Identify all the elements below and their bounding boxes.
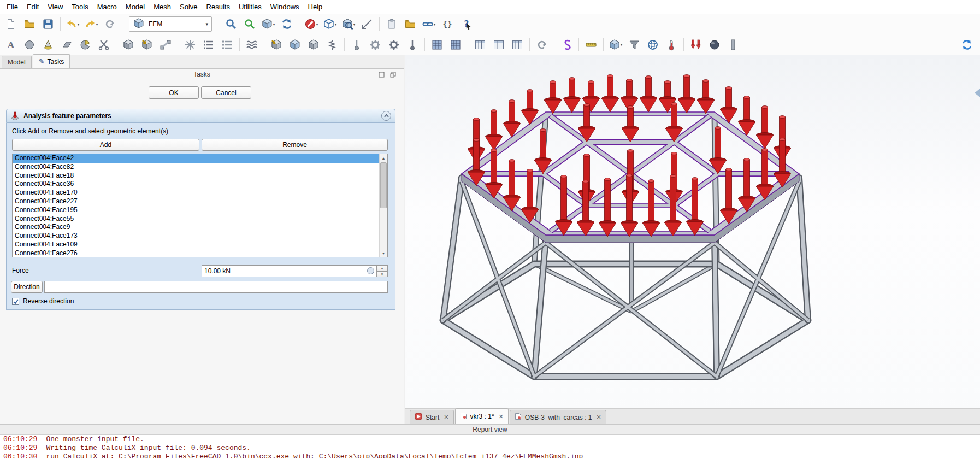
face-list-item[interactable]: Connect004:Face36 xyxy=(13,180,379,189)
constraint-pulley-icon[interactable] xyxy=(404,37,421,53)
face-list-item[interactable]: Connect004:Face82 xyxy=(13,163,379,172)
constraint-displacement-icon[interactable] xyxy=(268,37,285,53)
constraint-bearing-icon[interactable] xyxy=(367,37,384,53)
direction-input[interactable] xyxy=(44,281,388,293)
undo-icon[interactable]: ▾ xyxy=(64,16,81,32)
menu-item[interactable]: Solve xyxy=(175,1,202,13)
constraint-plane-icon[interactable] xyxy=(58,37,75,53)
force-input[interactable] xyxy=(202,265,376,277)
constraint-spokes-icon[interactable] xyxy=(181,37,199,53)
menu-item[interactable]: File xyxy=(2,1,22,13)
result-table-filter-icon[interactable] xyxy=(490,37,507,53)
close-icon[interactable]: ✕ xyxy=(498,413,504,420)
collapse-icon[interactable] xyxy=(381,111,391,121)
document-tab[interactable]: Start✕ xyxy=(410,410,454,424)
constraint-tie-icon[interactable] xyxy=(305,37,322,53)
result-curve-icon[interactable] xyxy=(558,37,575,53)
face-list-item[interactable]: Connect004:Face109 xyxy=(13,240,379,249)
3d-scene[interactable] xyxy=(405,55,980,408)
menu-item[interactable]: Edit xyxy=(22,1,43,13)
face-list-item[interactable]: Connect004:Face9 xyxy=(13,223,379,232)
mesh-gmsh-icon[interactable] xyxy=(428,37,446,53)
spin-down-icon[interactable]: ▼ xyxy=(376,271,388,277)
dock-collapse-arrow-icon[interactable] xyxy=(975,89,980,97)
open-document-icon[interactable] xyxy=(21,16,38,32)
scrollbar[interactable]: ▲ ▼ xyxy=(379,154,387,257)
remove-button[interactable]: Remove xyxy=(202,139,388,151)
workbench-selector[interactable]: FEM▾ xyxy=(129,16,212,32)
post-sphere-icon[interactable] xyxy=(706,37,723,53)
make-link-icon[interactable]: ▾ xyxy=(420,16,438,32)
document-tab[interactable]: OSB-3_with_carcas : 1✕ xyxy=(510,410,606,424)
scrollbar-thumb[interactable] xyxy=(380,162,387,208)
menu-item[interactable]: Results xyxy=(202,1,234,13)
clipping-plane-icon[interactable]: ▾ xyxy=(303,16,320,32)
new-document-icon[interactable] xyxy=(2,16,20,32)
menu-item[interactable]: Help xyxy=(304,1,327,13)
spin-up-icon[interactable]: ▲ xyxy=(376,265,388,271)
3d-viewport[interactable] xyxy=(405,55,980,408)
save-document-icon[interactable] xyxy=(39,16,57,32)
face-list-item[interactable]: Connect004:Face195 xyxy=(13,206,379,215)
direction-button[interactable]: Direction xyxy=(11,281,43,293)
post-filter-icon[interactable] xyxy=(625,37,643,53)
expression-icon[interactable]: {} xyxy=(439,16,456,32)
analysis-feature-header[interactable]: Analysis feature parameters xyxy=(6,109,395,123)
post-column-icon[interactable] xyxy=(724,37,742,53)
close-icon[interactable]: ✕ xyxy=(595,414,601,421)
menu-item[interactable]: Tools xyxy=(67,1,92,13)
post-arrows-icon[interactable] xyxy=(687,37,705,53)
refresh-view-icon[interactable] xyxy=(958,37,976,53)
constraint-contact-icon[interactable] xyxy=(286,37,304,53)
standard-views-icon[interactable]: ▾ xyxy=(259,16,277,32)
constraint-pin-icon[interactable] xyxy=(348,37,365,53)
reverse-direction-checkbox[interactable] xyxy=(12,298,19,305)
report-view-console[interactable]: 06:10:29One monster input file. 06:10:29… xyxy=(0,434,980,458)
post-pipeline-icon[interactable]: ▾ xyxy=(607,37,624,53)
draw-style-icon[interactable]: ▾ xyxy=(321,16,339,32)
measure-icon[interactable] xyxy=(358,16,376,32)
redo-icon[interactable]: ▾ xyxy=(82,16,100,32)
add-button[interactable]: Add xyxy=(12,139,199,151)
ok-button[interactable]: OK xyxy=(149,86,199,99)
constraint-cone-icon[interactable] xyxy=(39,37,57,53)
face-list-item[interactable]: Connect004:Face276 xyxy=(13,249,379,257)
fluid-boundary-icon[interactable] xyxy=(243,37,261,53)
scroll-up-icon[interactable]: ▲ xyxy=(380,154,387,162)
face-list-item[interactable]: Connect004:Face55 xyxy=(13,215,379,224)
face-list-item[interactable]: Connect004:Face227 xyxy=(13,197,379,206)
constraint-spring-icon[interactable] xyxy=(323,37,341,53)
measure-ruler-icon[interactable] xyxy=(582,37,600,53)
result-table-icon[interactable] xyxy=(471,37,489,53)
close-icon[interactable]: ✕ xyxy=(442,414,448,421)
menu-item[interactable]: Windows xyxy=(266,1,304,13)
menu-item[interactable]: Mesh xyxy=(149,1,175,13)
panel-popout-icon[interactable] xyxy=(389,71,397,79)
paste-icon[interactable] xyxy=(383,16,400,32)
material-list-icon[interactable] xyxy=(200,37,217,53)
material-editor-icon[interactable] xyxy=(219,37,236,53)
section-cut-icon[interactable] xyxy=(95,37,113,53)
tab-tasks[interactable]: ✎ Tasks xyxy=(33,54,70,68)
solver-run-icon[interactable] xyxy=(533,37,551,53)
document-tab[interactable]: vkr3 : 1*✕ xyxy=(455,408,509,424)
whats-this-icon[interactable]: ? xyxy=(457,16,475,32)
zoom-selection-icon[interactable]: ▾ xyxy=(340,16,357,32)
post-globe-icon[interactable] xyxy=(644,37,662,53)
scroll-down-icon[interactable]: ▼ xyxy=(380,249,387,257)
expression-binding-icon[interactable] xyxy=(367,267,374,274)
group-icon[interactable] xyxy=(402,16,419,32)
mesh-region-icon[interactable] xyxy=(447,37,464,53)
face-list[interactable]: Connect004:Face42Connect004:Face82Connec… xyxy=(12,154,388,257)
element-geometry-icon[interactable] xyxy=(120,37,137,53)
tab-model[interactable]: Model xyxy=(2,56,32,68)
sync-view-icon[interactable] xyxy=(278,16,296,32)
fit-selection-icon[interactable] xyxy=(241,16,258,32)
panel-float-icon[interactable] xyxy=(377,71,386,79)
menu-item[interactable]: View xyxy=(43,1,67,13)
cancel-button[interactable]: Cancel xyxy=(201,86,251,99)
node-set-icon[interactable] xyxy=(21,37,38,53)
beam-section-icon[interactable] xyxy=(157,37,174,53)
result-table-export-icon[interactable] xyxy=(509,37,526,53)
menu-item[interactable]: Model xyxy=(121,1,149,13)
